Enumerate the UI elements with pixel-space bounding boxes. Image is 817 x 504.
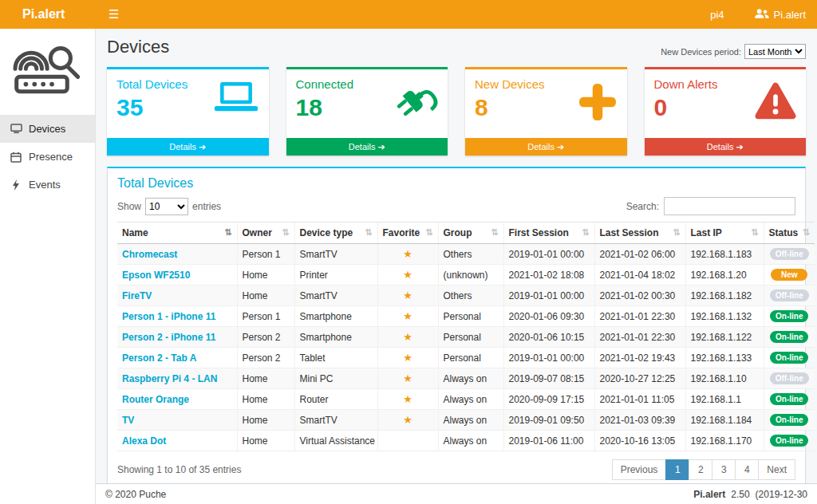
brand-logo[interactable]: Pi.alert <box>0 7 96 22</box>
panel-title: Total Devices <box>117 176 795 191</box>
last-session-cell: 2021-01-02 00:30 <box>594 285 685 306</box>
last-ip-cell: 192.168.1.170 <box>685 431 764 451</box>
owner-cell: Person 2 <box>237 327 294 348</box>
favorite-star-icon: ★ <box>403 248 412 260</box>
new-devices-card: New Devices 8 Details ➔ <box>465 67 627 156</box>
sidebar-toggle-icon[interactable]: ☰ <box>96 7 132 22</box>
device-name-link[interactable]: TV <box>122 415 134 426</box>
device-name-link[interactable]: Raspberry Pi 4 - LAN <box>122 373 217 384</box>
topbar-right: pi4 Pi.alert <box>710 8 817 22</box>
pagination-previous-button[interactable]: Previous <box>612 459 667 480</box>
status-badge: On-line <box>770 331 808 343</box>
favorite-star-icon: ★ <box>403 310 412 322</box>
table-row: FireTV Home SmartTV ★ Others 2019-01-01 … <box>117 285 815 306</box>
sort-icon: ⇅ <box>365 227 372 238</box>
pagination-page-1[interactable]: 1 <box>665 459 689 480</box>
group-cell: Personal <box>438 306 503 327</box>
first-session-cell: 2019-01-01 00:00 <box>503 244 594 265</box>
sidebar-item-label: Events <box>29 179 61 191</box>
status-badge: On-line <box>770 352 808 364</box>
sidebar-item-events[interactable]: Events <box>0 171 95 199</box>
column-header-last-session[interactable]: Last Session⇅ <box>594 222 685 244</box>
last-session-cell: 2021-01-01 22:30 <box>594 327 685 348</box>
table-row: Raspberry Pi 4 - LAN Home Mini PC ★ Alwa… <box>117 368 815 389</box>
period-label: New Devices period: <box>661 47 741 57</box>
pagination-next-button[interactable]: Next <box>758 459 795 480</box>
device-name-link[interactable]: Chromecast <box>122 249 177 260</box>
first-session-cell: 2019-01-06 11:00 <box>503 431 594 451</box>
device-type-cell: SmartTV <box>294 285 377 306</box>
sort-icon: ⇅ <box>425 227 432 238</box>
first-session-cell: 2021-01-02 18:08 <box>503 265 594 285</box>
owner-cell: Person 2 <box>237 348 294 368</box>
sidebar-item-label: Devices <box>29 123 65 135</box>
details-button[interactable]: Details ➔ <box>107 138 269 156</box>
device-name-link[interactable]: Person 2 - iPhone 11 <box>122 332 215 343</box>
last-ip-cell: 192.168.1.132 <box>685 306 764 327</box>
user-menu[interactable]: Pi.alert <box>755 8 806 22</box>
column-header-name[interactable]: Name⇅ <box>117 222 237 244</box>
connected-card: Connected 18 <box>286 67 448 156</box>
last-ip-cell: 192.168.1.1 <box>685 389 764 410</box>
column-header-group[interactable]: Group⇅ <box>438 222 503 244</box>
table-row: Epson WF2510 Home Printer ★ (unknown) 20… <box>117 265 815 285</box>
details-button[interactable]: Details ➔ <box>645 138 807 156</box>
favorite-star-icon: ★ <box>403 372 412 384</box>
table-row: Person 1 - iPhone 11 Person 1 Smartphone… <box>117 306 815 327</box>
first-session-cell: 2019-01-01 00:00 <box>503 285 594 306</box>
details-button[interactable]: Details ➔ <box>465 138 627 156</box>
pagination-page-2[interactable]: 2 <box>689 459 712 480</box>
device-name-link[interactable]: Epson WF2510 <box>122 270 190 281</box>
down-alerts-card: Down Alerts 0 Details ➔ <box>645 67 807 156</box>
table-row: Alexa Dot Home Virtual Assistance Always… <box>117 431 815 451</box>
pagination-page-4[interactable]: 4 <box>735 459 759 480</box>
entries-label: entries <box>192 201 221 212</box>
total-devices-card: Total Devices 35 Details ➔ <box>107 67 269 156</box>
sidebar-item-devices[interactable]: Devices <box>0 115 95 143</box>
page-length-select[interactable]: 10 <box>145 198 188 215</box>
first-session-cell: 2019-09-01 09:50 <box>503 410 594 431</box>
sort-icon: ⇅ <box>582 227 589 238</box>
group-cell: Others <box>438 244 503 265</box>
table-row: Router Orange Home Router ★ Always on 20… <box>117 389 815 410</box>
copyright: © 2020 Puche <box>105 489 166 500</box>
favorite-star-icon: ★ <box>403 414 412 426</box>
device-name-link[interactable]: Person 1 - iPhone 11 <box>122 311 215 322</box>
column-header-device-type[interactable]: Device type⇅ <box>294 222 377 244</box>
last-session-cell: 2021-01-03 09:39 <box>594 410 685 431</box>
group-cell: Always on <box>438 389 503 410</box>
last-session-cell: 2021-01-02 19:43 <box>594 348 685 368</box>
column-header-owner[interactable]: Owner⇅ <box>237 222 294 244</box>
last-session-cell: 2021-01-02 06:00 <box>594 244 685 265</box>
column-header-favorite[interactable]: Favorite⇅ <box>377 222 438 244</box>
device-name-link[interactable]: Person 2 - Tab A <box>122 352 196 364</box>
search-input[interactable] <box>664 197 795 215</box>
device-name-link[interactable]: FireTV <box>122 290 152 301</box>
favorite-star-icon: ★ <box>403 269 412 281</box>
device-name-link[interactable]: Alexa Dot <box>122 435 166 447</box>
status-badge: On-line <box>770 435 808 447</box>
table-row: Person 2 - Tab A Person 2 Tablet ★ Perso… <box>117 348 815 368</box>
first-session-cell: 2019-01-01 00:00 <box>503 348 594 368</box>
pagination-page-3[interactable]: 3 <box>712 459 736 480</box>
laptop-icon <box>10 124 22 134</box>
column-header-last-ip[interactable]: Last IP⇅ <box>685 222 764 244</box>
device-name-link[interactable]: Router Orange <box>122 394 189 405</box>
sort-icon: ⇅ <box>224 227 231 238</box>
search-label: Search: <box>626 201 659 212</box>
laptop-icon <box>213 82 259 117</box>
sort-icon: ⇅ <box>282 227 289 238</box>
device-type-cell: Printer <box>294 265 377 285</box>
device-type-cell: Mini PC <box>294 368 377 389</box>
new-devices-period-select[interactable]: Last Month <box>744 44 806 59</box>
last-ip-cell: 192.168.1.184 <box>685 410 764 431</box>
last-session-cell: 2021-01-01 11:05 <box>594 389 685 410</box>
sidebar-item-presence[interactable]: Presence <box>0 143 95 171</box>
footer-app-name: Pi.alert <box>693 489 725 500</box>
first-session-cell: 2020-01-06 10:15 <box>503 327 594 348</box>
details-button[interactable]: Details ➔ <box>286 138 448 156</box>
column-header-status[interactable]: Status⇅ <box>764 222 815 244</box>
column-header-first-session[interactable]: First Session⇅ <box>503 222 594 244</box>
last-session-cell: 2021-01-04 18:02 <box>594 265 685 285</box>
group-cell: Personal <box>438 348 503 368</box>
